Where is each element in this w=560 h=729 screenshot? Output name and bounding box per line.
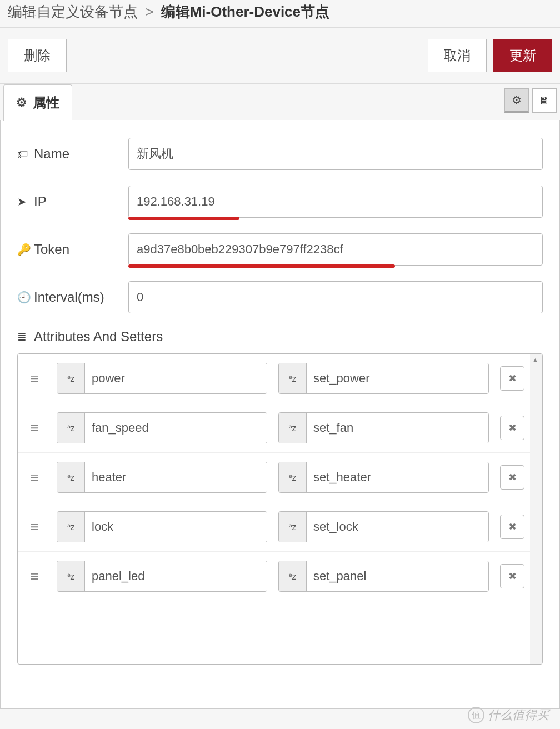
token-input[interactable] (128, 233, 543, 266)
name-label: Name (34, 146, 69, 162)
drag-handle-icon[interactable]: ≡ (23, 469, 46, 486)
interval-input[interactable] (128, 281, 543, 313)
gear-icon: ⚙ (16, 96, 27, 110)
attr-row: ≡ᵃzᵃz✖ (18, 354, 530, 403)
bars-icon: ≣ (17, 330, 34, 343)
update-button[interactable]: 更新 (493, 39, 552, 72)
setter-input[interactable] (307, 363, 488, 393)
action-bar: 删除 取消 更新 (0, 28, 560, 84)
az-icon: ᵃz (279, 512, 307, 542)
tab-properties[interactable]: ⚙ 属性 (3, 84, 72, 121)
token-label: Token (34, 242, 69, 257)
az-icon: ᵃz (279, 363, 307, 393)
name-input[interactable] (128, 138, 543, 170)
delete-row-button[interactable]: ✖ (500, 416, 524, 440)
form-panel: 🏷 Name ➤ IP 🔑 Token 🕘 Interval(ms) ≣ Att… (0, 120, 560, 709)
attr-row: ≡ᵃzᵃz✖ (18, 502, 530, 552)
delete-row-button[interactable]: ✖ (500, 465, 524, 490)
attr-field: ᵃz (57, 412, 267, 443)
cancel-button[interactable]: 取消 (428, 39, 487, 72)
row-interval: 🕘 Interval(ms) (17, 281, 543, 313)
attr-input[interactable] (85, 363, 267, 393)
setter-input[interactable] (307, 413, 488, 443)
info-icon-button[interactable]: 🗎 (532, 88, 557, 113)
setter-field: ᵃz (278, 462, 489, 493)
drag-handle-icon[interactable]: ≡ (23, 568, 46, 585)
breadcrumb: 编辑自定义设备节点 > 编辑Mi-Other-Device节点 (0, 0, 560, 28)
setter-input[interactable] (307, 561, 488, 591)
setter-input[interactable] (307, 462, 488, 492)
row-token: 🔑 Token (17, 233, 543, 266)
ip-label: IP (34, 194, 47, 209)
breadcrumb-current: 编辑Mi-Other-Device节点 (161, 3, 329, 20)
attr-field: ᵃz (57, 363, 267, 394)
setter-field: ᵃz (278, 511, 489, 542)
scrollbar-track[interactable]: ▴ (530, 354, 542, 664)
attr-input[interactable] (85, 462, 267, 492)
attr-input[interactable] (85, 512, 267, 542)
ip-underline-annotation (128, 217, 239, 220)
clock-icon: 🕘 (17, 291, 34, 304)
az-icon: ᵃz (279, 462, 307, 492)
setter-field: ᵃz (278, 363, 489, 394)
drag-handle-icon[interactable]: ≡ (23, 370, 46, 387)
row-name: 🏷 Name (17, 138, 543, 170)
breadcrumb-parent[interactable]: 编辑自定义设备节点 (8, 3, 138, 20)
setter-input[interactable] (307, 512, 488, 542)
ip-input[interactable] (128, 186, 543, 218)
breadcrumb-sep: > (142, 3, 157, 20)
attr-row: ≡ᵃzᵃz✖ (18, 403, 530, 453)
tag-icon: 🏷 (17, 148, 34, 161)
attr-field: ᵃz (57, 462, 267, 493)
attr-row: ≡ᵃzᵃz✖ (18, 453, 530, 502)
arrow-icon: ➤ (17, 195, 34, 208)
az-icon: ᵃz (57, 413, 85, 443)
az-icon: ᵃz (279, 413, 307, 443)
delete-button[interactable]: 删除 (8, 39, 67, 72)
attr-field: ᵃz (57, 561, 267, 592)
delete-row-button[interactable]: ✖ (500, 366, 524, 391)
interval-label: Interval(ms) (34, 289, 104, 305)
attr-row: ≡ᵃzᵃz✖ (18, 552, 530, 601)
az-icon: ᵃz (57, 561, 85, 591)
setter-field: ᵃz (278, 561, 489, 592)
attr-input[interactable] (85, 413, 267, 443)
token-underline-annotation (128, 264, 395, 268)
delete-row-button[interactable]: ✖ (500, 564, 524, 588)
attr-field: ᵃz (57, 511, 267, 542)
row-ip: ➤ IP (17, 186, 543, 218)
drag-handle-icon[interactable]: ≡ (23, 420, 46, 437)
tab-bar: ⚙ 属性 ⚙ 🗎 (0, 84, 560, 120)
tab-properties-label: 属性 (33, 94, 59, 112)
drag-handle-icon[interactable]: ≡ (23, 518, 46, 536)
scroll-up-icon[interactable]: ▴ (533, 355, 541, 363)
az-icon: ᵃz (57, 512, 85, 542)
delete-row-button[interactable]: ✖ (500, 515, 524, 539)
az-icon: ᵃz (279, 561, 307, 591)
attrs-section-header: ≣ Attributes And Setters (17, 329, 543, 344)
attr-input[interactable] (85, 561, 267, 591)
attrs-section-label: Attributes And Setters (34, 329, 163, 344)
setter-field: ᵃz (278, 412, 489, 443)
az-icon: ᵃz (57, 363, 85, 393)
az-icon: ᵃz (57, 462, 85, 492)
attrs-listbox: ▴ ≡ᵃzᵃz✖≡ᵃzᵃz✖≡ᵃzᵃz✖≡ᵃzᵃz✖≡ᵃzᵃz✖ (17, 353, 543, 665)
settings-icon-button[interactable]: ⚙ (504, 88, 529, 113)
key-icon: 🔑 (17, 243, 34, 256)
